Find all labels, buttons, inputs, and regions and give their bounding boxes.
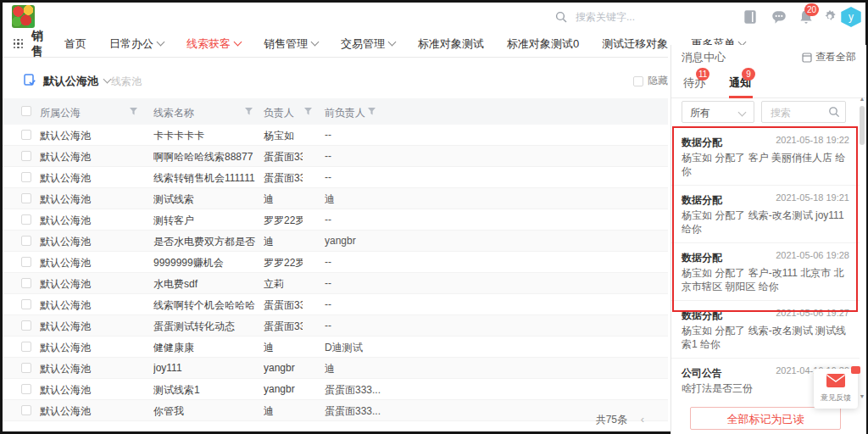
mark-all-read-button[interactable]: 全部标记为已读 bbox=[690, 407, 841, 430]
pagination-prev-button[interactable]: ‹ bbox=[641, 413, 644, 426]
filter-icon[interactable] bbox=[304, 108, 312, 115]
table-row[interactable]: 默认公海池卡卡卡卡卡杨宝如-- bbox=[3, 125, 668, 146]
row-checkbox[interactable] bbox=[21, 257, 31, 267]
table-row[interactable]: 默认公海池是否水电费双方都是否迪yangbr bbox=[3, 231, 668, 252]
type-filter-select[interactable]: 所有 bbox=[682, 101, 754, 123]
table-cell: 默认公海池 bbox=[40, 129, 125, 143]
user-avatar[interactable]: y bbox=[840, 7, 862, 27]
row-checkbox[interactable] bbox=[21, 193, 31, 203]
panel-search[interactable] bbox=[761, 101, 846, 123]
table-row[interactable]: 默认公海池线索转销售机会111111蛋蛋面333...-- bbox=[3, 167, 668, 188]
table-cell: yangbr bbox=[264, 383, 303, 395]
table-row[interactable]: 默认公海池蛋蛋测试转化动态蛋蛋面333...-- bbox=[3, 315, 668, 337]
tab-notifications[interactable]: 通知 9 bbox=[729, 75, 751, 91]
select-all-checkbox[interactable] bbox=[21, 106, 31, 116]
filter-icon[interactable] bbox=[245, 108, 253, 115]
table-cell: 默认公海池 bbox=[40, 171, 125, 186]
table-cell: 线索啊转个机会哈哈哈 bbox=[153, 298, 260, 313]
table-row[interactable]: 默认公海池线索啊转个机会哈哈哈蛋蛋面333...-- bbox=[3, 294, 668, 315]
global-search[interactable] bbox=[555, 7, 725, 27]
nav-item[interactable]: 交易管理 bbox=[341, 36, 395, 52]
row-checkbox[interactable] bbox=[21, 172, 31, 182]
nav-item[interactable]: 标准对象测试 bbox=[418, 36, 484, 52]
notification-item[interactable]: 数据分配2021-05-18 19:21杨宝如 分配了 线索-改名测试 joy1… bbox=[671, 186, 860, 243]
app-name[interactable]: 销售 bbox=[31, 29, 43, 59]
filter-icon[interactable] bbox=[368, 108, 376, 115]
table-row[interactable]: 默认公海池joy111yangbr迪 bbox=[3, 358, 668, 379]
nav-item[interactable]: 标准对象测试0 bbox=[507, 36, 579, 52]
notification-list: 数据分配2021-05-18 19:22杨宝如 分配了 客户 美丽俏佳人店 给你… bbox=[671, 128, 860, 401]
search-icon bbox=[828, 106, 840, 118]
gear-icon[interactable] bbox=[821, 8, 838, 25]
notifications-count-badge: 9 bbox=[742, 68, 755, 81]
table-cell: 默认公海池 bbox=[40, 277, 125, 292]
view-all-label: 查看全部 bbox=[815, 50, 856, 64]
row-checkbox[interactable] bbox=[21, 130, 31, 140]
table-row[interactable]: 默认公海池健健康康迪D迪测试 bbox=[3, 337, 668, 358]
crm-app: 20 y 销售 首页日常办公线索获客销售管理交易管理标准对象测试标准对象测试0测… bbox=[0, 0, 868, 434]
table-cell: -- bbox=[325, 171, 392, 183]
todo-count-badge: 11 bbox=[696, 68, 709, 81]
row-checkbox[interactable] bbox=[21, 363, 31, 373]
table-row[interactable]: 默认公海池测转客户罗罗22罗...-- bbox=[3, 209, 668, 231]
row-checkbox[interactable] bbox=[21, 342, 31, 352]
table-row[interactable]: 默认公海池啊啊哈哈哈线索88877蛋蛋面333...-- bbox=[3, 146, 668, 167]
app-grid-icon[interactable] bbox=[14, 39, 23, 48]
row-checkbox[interactable] bbox=[21, 384, 31, 394]
table-cell: -- bbox=[325, 277, 392, 289]
table-cell: 迪 bbox=[264, 235, 303, 249]
journal-icon[interactable] bbox=[742, 8, 759, 25]
scroll-up-arrow[interactable]: ▲ bbox=[858, 96, 866, 102]
table-cell: 默认公海池 bbox=[40, 383, 125, 398]
row-checkbox[interactable] bbox=[21, 320, 31, 331]
company-logo[interactable] bbox=[12, 5, 35, 28]
panel-search-input[interactable] bbox=[769, 106, 825, 120]
nav-item[interactable]: 线索获客 bbox=[186, 36, 241, 52]
table-row[interactable]: 默认公海池水电费sdf立莉-- bbox=[3, 273, 668, 294]
search-icon bbox=[555, 11, 567, 23]
nav-items: 首页日常办公线索获客销售管理交易管理标准对象测试标准对象测试0测试迁移对象更多菜… bbox=[64, 36, 768, 52]
notification-time: 2021-05-18 19:22 bbox=[776, 135, 849, 145]
view-all-icon bbox=[802, 53, 812, 63]
global-search-input[interactable] bbox=[574, 10, 704, 24]
table-row[interactable]: 默认公海池9999999赚机会罗罗22罗...-- bbox=[3, 252, 668, 273]
table-footer: 共75条 ‹ bbox=[3, 410, 668, 429]
feedback-widget[interactable]: 意见反馈 bbox=[814, 369, 858, 409]
table-cell: 立莉 bbox=[264, 277, 303, 292]
row-checkbox[interactable] bbox=[21, 214, 31, 225]
row-checkbox[interactable] bbox=[21, 151, 31, 161]
table-cell: 迪 bbox=[325, 362, 392, 376]
table-row[interactable]: 默认公海池测试线索迪迪 bbox=[3, 188, 668, 209]
notification-item[interactable]: 数据分配2021-05-18 19:22杨宝如 分配了 客户 美丽俏佳人店 给你 bbox=[671, 128, 860, 186]
chevron-down-icon bbox=[311, 37, 320, 46]
nav-item[interactable]: 首页 bbox=[64, 36, 86, 52]
notification-item[interactable]: 数据分配2021-05-06 19:27杨宝如 分配了 线索-改名测试 测试线索… bbox=[671, 301, 860, 359]
scroll-down-arrow[interactable]: ▼ bbox=[858, 393, 866, 399]
notification-body: 杨宝如 分配了 线索-改名测试 joy111 给你 bbox=[682, 209, 849, 236]
table-cell: 迪 bbox=[264, 341, 303, 355]
tab-todo[interactable]: 待办 11 bbox=[683, 75, 705, 91]
table-cell: -- bbox=[325, 129, 392, 141]
chevron-down-icon bbox=[234, 37, 242, 46]
notification-item[interactable]: 数据分配2021-05-06 19:28杨宝如 分配了 客户-改111 北京市 … bbox=[671, 243, 860, 301]
row-checkbox[interactable] bbox=[21, 236, 31, 246]
table-header: 所属公海 线索名称 负责人 前负责人 bbox=[3, 98, 668, 125]
notification-title: 公司公告 bbox=[682, 367, 722, 379]
panel-scrollbar[interactable]: ▲ ▼ bbox=[858, 96, 866, 399]
nav-item[interactable]: 测试迁移对象 bbox=[602, 36, 668, 52]
table-cell: 默认公海池 bbox=[40, 341, 125, 355]
pool-selector[interactable]: 默认公海池 bbox=[43, 74, 110, 89]
hide-claimed-checkbox[interactable]: 隐藏已 bbox=[633, 74, 668, 88]
scrollbar-thumb[interactable] bbox=[860, 106, 865, 145]
table-cell: 蛋蛋面333... bbox=[325, 383, 392, 398]
nav-item[interactable]: 销售管理 bbox=[264, 36, 318, 52]
row-checkbox[interactable] bbox=[21, 278, 31, 288]
table-row[interactable]: 默认公海池测试线索1yangbr蛋蛋面333... bbox=[3, 379, 668, 400]
filter-icon[interactable] bbox=[130, 108, 137, 115]
row-checkbox[interactable] bbox=[21, 299, 31, 309]
checkbox[interactable] bbox=[633, 76, 643, 86]
view-all-button[interactable]: 查看全部 bbox=[802, 50, 856, 64]
nav-item[interactable]: 日常办公 bbox=[109, 36, 164, 52]
chevron-down-icon bbox=[157, 37, 165, 46]
chat-icon[interactable] bbox=[771, 8, 787, 25]
